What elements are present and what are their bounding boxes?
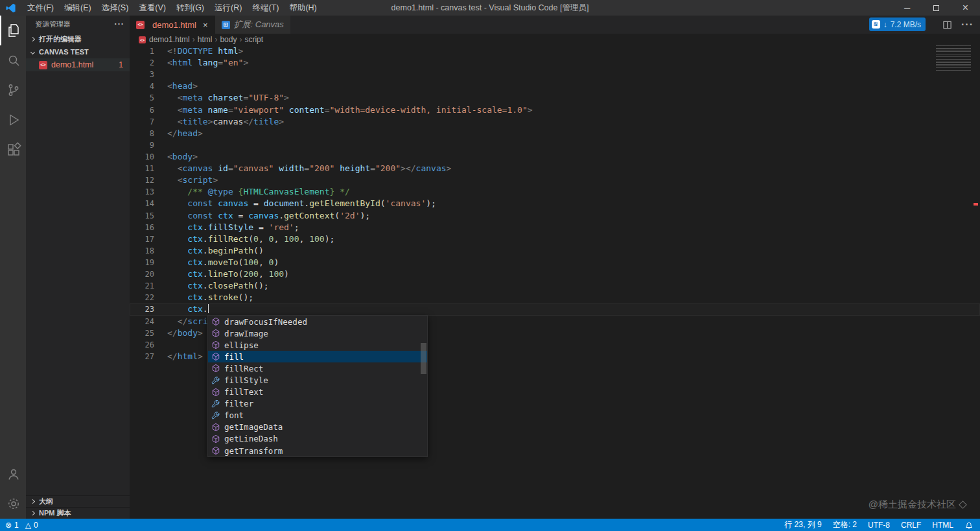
activitybar-explorer-icon[interactable] (0, 16, 26, 45)
code-line[interactable]: 23 ctx. (130, 303, 980, 315)
activitybar-source-control-icon[interactable] (0, 75, 26, 105)
menu-item[interactable]: 帮助(H) (284, 0, 321, 16)
code-line-content[interactable]: const ctx = canvas.getContext('2d'); (154, 210, 370, 222)
code-line[interactable]: 17 ctx.fillRect(0, 0, 100, 100); (130, 233, 980, 245)
close-icon[interactable]: × (951, 0, 980, 16)
menu-item[interactable]: 文件(F) (22, 0, 59, 16)
code-line[interactable]: 9 (130, 139, 980, 151)
code-line-content[interactable]: ctx.moveTo(100, 0) (154, 257, 279, 268)
activitybar-run-debug-icon[interactable] (0, 105, 26, 135)
code-line-content[interactable] (154, 339, 167, 351)
code-line[interactable]: 21 ctx.closePath(); (130, 280, 980, 292)
suggest-item[interactable]: getImageData (208, 421, 427, 433)
code-line-content[interactable]: ctx.closePath(); (154, 280, 269, 292)
split-editor-icon[interactable] (942, 20, 952, 30)
code-line[interactable]: 8</head> (130, 128, 980, 139)
code-line[interactable]: 19 ctx.moveTo(100, 0) (130, 257, 980, 268)
code-line-content[interactable]: const canvas = document.getElementById('… (154, 198, 436, 209)
activitybar-settings-icon[interactable] (0, 489, 26, 519)
menu-item[interactable]: 选择(S) (97, 0, 134, 16)
code-line[interactable]: 3 (130, 69, 980, 80)
code-line-content[interactable]: <meta charset="UTF-8"> (154, 92, 289, 104)
minimize-icon[interactable]: ─ (892, 0, 922, 16)
network-speed-badge[interactable]: ≋ ↓ 7.2 MB/s (869, 18, 926, 31)
code-line-content[interactable]: <canvas id="canvas" width="200" height="… (154, 163, 451, 174)
open-editors-section[interactable]: 打开的编辑器 (26, 32, 130, 45)
tab-close-icon[interactable]: × (203, 20, 208, 30)
suggest-item[interactable]: filter (208, 398, 427, 410)
warning-count[interactable]: 0 (34, 521, 38, 530)
suggest-item[interactable]: font (208, 410, 427, 421)
error-count[interactable]: 1 (14, 521, 19, 530)
menu-item[interactable]: 查看(V) (134, 0, 171, 16)
code-line[interactable]: 20 ctx.lineTo(200, 100) (130, 268, 980, 280)
activitybar-search-icon[interactable] (0, 45, 26, 75)
menu-item[interactable]: 运行(R) (209, 0, 247, 16)
code-line[interactable]: 7 <title>canvas</title> (130, 116, 980, 128)
code-line-content[interactable]: ctx.lineTo(200, 100) (154, 268, 289, 280)
eol-sequence[interactable]: CRLF (901, 521, 921, 530)
maximize-icon[interactable] (922, 0, 951, 16)
code-line[interactable]: 11 <canvas id="canvas" width="200" heigh… (130, 163, 980, 174)
bell-icon[interactable] (964, 521, 974, 530)
code-line-content[interactable]: </head> (154, 128, 203, 139)
code-line-content[interactable] (154, 139, 167, 151)
menu-item[interactable]: 转到(G) (171, 0, 209, 16)
warning-triangle-icon[interactable]: △ (25, 521, 31, 530)
code-line[interactable]: 13 /** @type {HTMLCanvasElement} */ (130, 186, 980, 198)
suggest-item[interactable]: drawImage (208, 327, 427, 339)
code-line-content[interactable]: </html> (154, 351, 203, 362)
code-line[interactable]: 1<!DOCTYPE html> (130, 45, 980, 57)
folder-section-canvas-test[interactable]: CANVAS TEST (26, 45, 130, 58)
code-line-content[interactable] (154, 69, 167, 80)
explorer-more-actions-icon[interactable]: ··· (115, 19, 125, 29)
suggest-item[interactable]: drawFocusIfNeeded (208, 316, 427, 327)
code-line-content[interactable]: <title>canvas</title> (154, 116, 284, 128)
code-line-content[interactable]: <head> (154, 80, 198, 92)
code-line-content[interactable]: </body> (154, 327, 203, 339)
menu-item[interactable]: 编辑(E) (59, 0, 97, 16)
code-line-content[interactable]: /** @type {HTMLCanvasElement} */ (154, 186, 350, 198)
code-line[interactable]: 5 <meta charset="UTF-8"> (130, 92, 980, 104)
suggest-item[interactable]: fillRect (208, 362, 427, 374)
suggest-item[interactable]: ellipse (208, 339, 427, 351)
code-line-content[interactable]: ctx.stroke(); (154, 292, 253, 303)
language-mode[interactable]: HTML (932, 521, 953, 530)
tab-extension-canvas[interactable]: ⊞ 扩展: Canvas (215, 16, 290, 34)
indentation[interactable]: 空格: 2 (833, 519, 857, 530)
npm-scripts-section[interactable]: NPM 脚本 (26, 507, 130, 519)
suggest-item[interactable]: fillStyle (208, 374, 427, 386)
more-actions-icon[interactable]: ··· (961, 19, 974, 30)
code-line-content[interactable]: <meta name="viewport" content="width=dev… (154, 104, 533, 116)
code-line[interactable]: 16 ctx.fillStyle = 'red'; (130, 222, 980, 233)
breadcrumb-item[interactable]: body (220, 35, 237, 44)
outline-section[interactable]: 大纲 (26, 495, 130, 507)
code-line[interactable]: 10<body> (130, 151, 980, 163)
code-line-content[interactable]: <html lang="en"> (154, 57, 248, 69)
suggest-item[interactable]: fillText (208, 386, 427, 398)
activitybar-extensions-icon[interactable] (0, 135, 26, 165)
breadcrumb-item[interactable]: html (198, 35, 213, 44)
suggest-scrollbar-thumb[interactable] (421, 343, 426, 374)
suggest-item[interactable]: getTransform (208, 445, 427, 456)
cursor-position[interactable]: 行 23, 列 9 (784, 519, 821, 530)
code-line-content[interactable]: <body> (154, 151, 198, 163)
file-item-demo1-html[interactable]: <> demo1.html 1 (26, 58, 130, 71)
code-line[interactable]: 18 ctx.beginPath() (130, 245, 980, 257)
error-circle-icon[interactable]: ⊗ (5, 521, 12, 530)
code-line[interactable]: 15 const ctx = canvas.getContext('2d'); (130, 210, 980, 222)
suggest-item[interactable]: getLineDash (208, 433, 427, 445)
code-line-content[interactable]: ctx.fillStyle = 'red'; (154, 222, 299, 233)
encoding[interactable]: UTF-8 (868, 521, 890, 530)
minimap[interactable] (936, 45, 971, 71)
suggest-item[interactable]: fill (208, 351, 427, 362)
code-line[interactable]: 6 <meta name="viewport" content="width=d… (130, 104, 980, 116)
code-line[interactable]: 2<html lang="en"> (130, 57, 980, 69)
code-line[interactable]: 22 ctx.stroke(); (130, 292, 980, 303)
breadcrumb-item[interactable]: <>demo1.html (139, 35, 190, 44)
code-line[interactable]: 14 const canvas = document.getElementByI… (130, 198, 980, 209)
activitybar-account-icon[interactable] (0, 459, 26, 489)
code-line[interactable]: 4<head> (130, 80, 980, 92)
code-line-content[interactable]: ctx. (154, 303, 209, 315)
tab-demo1-html[interactable]: <> demo1.html × (130, 16, 215, 34)
